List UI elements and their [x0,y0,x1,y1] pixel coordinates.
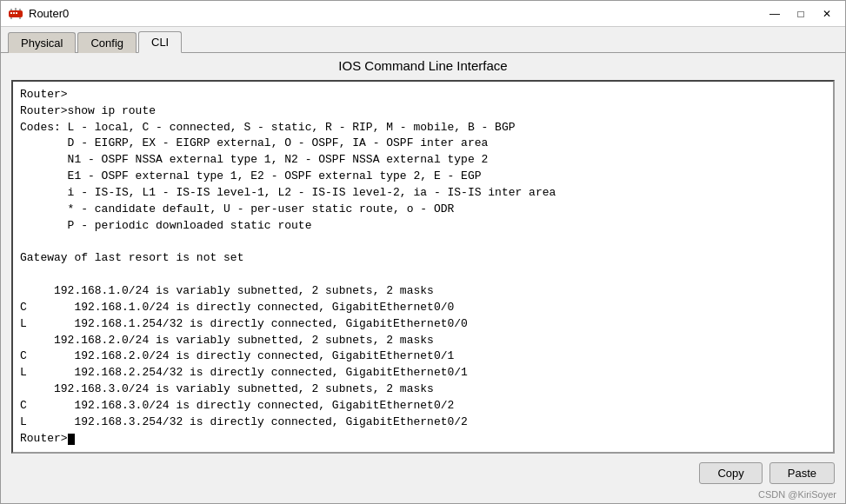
terminal-cursor [68,434,75,445]
svg-rect-1 [10,12,12,14]
terminal-container: Router> Router> Router>show ip route Cod… [1,76,845,457]
tab-cli[interactable]: CLI [138,31,182,53]
svg-rect-3 [16,12,17,14]
main-window: Router0 — □ ✕ Physical Config CLI IOS Co… [0,0,846,504]
close-button[interactable]: ✕ [816,5,838,23]
svg-rect-2 [13,12,15,14]
copy-button[interactable]: Copy [699,462,762,484]
tab-config[interactable]: Config [77,32,137,53]
maximize-button[interactable]: □ [789,5,812,23]
bottom-bar: Copy Paste [1,457,845,489]
title-bar: Router0 — □ ✕ [1,1,845,27]
svg-rect-0 [9,10,23,17]
app-icon [8,6,23,22]
paste-button[interactable]: Paste [769,462,835,484]
window-controls: — □ ✕ [763,5,838,23]
minimize-button[interactable]: — [763,5,786,23]
window-title: Router0 [29,7,69,20]
title-bar-left: Router0 [8,6,69,22]
page-title: IOS Command Line Interface [1,53,845,76]
watermark: CSDN @KiriSoyer [1,489,845,503]
tab-physical[interactable]: Physical [8,32,76,53]
tab-bar: Physical Config CLI [1,27,845,53]
terminal-output[interactable]: Router> Router> Router>show ip route Cod… [11,80,835,454]
